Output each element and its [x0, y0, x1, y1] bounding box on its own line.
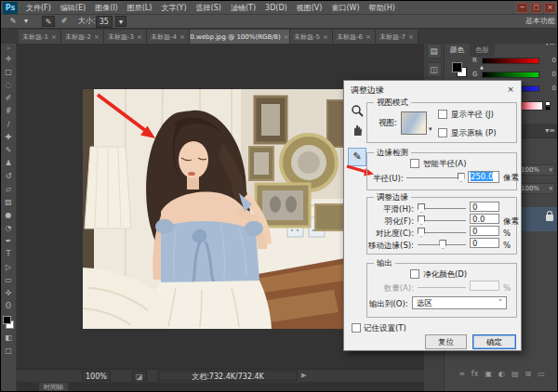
- color-panel-swatches[interactable]: [452, 62, 469, 79]
- brush-size-dropdown-icon[interactable]: ▾: [115, 16, 126, 27]
- move-tool[interactable]: ✛: [2, 53, 16, 66]
- dialog-hand-tool-icon[interactable]: [351, 124, 364, 137]
- tab-close-icon[interactable]: ×: [365, 33, 371, 41]
- menu-layer[interactable]: 图层(L): [123, 1, 157, 15]
- red-value[interactable]: 0: [552, 57, 556, 64]
- chevron-down-icon[interactable]: ▾: [429, 125, 432, 133]
- new-layer-icon[interactable]: ⊞: [525, 368, 532, 381]
- minimize-button[interactable]: ─: [516, 3, 528, 13]
- shape-tool[interactable]: ▭: [2, 274, 16, 287]
- zoom-level[interactable]: 100%: [82, 371, 111, 381]
- link-layers-icon[interactable]: ∞: [458, 368, 465, 381]
- menu-3d[interactable]: 3D(D): [260, 1, 292, 15]
- radius-slider-thumb[interactable]: [458, 173, 465, 182]
- lasso-tool[interactable]: ◌: [2, 79, 16, 92]
- red-channel-row[interactable]: R ▲ 0: [472, 57, 558, 66]
- menu-select[interactable]: 选择(S): [192, 1, 226, 15]
- blue-value[interactable]: 0: [552, 85, 556, 92]
- quick-mask-button[interactable]: ◧: [2, 332, 16, 345]
- status-expand-icon[interactable]: ▶: [301, 372, 306, 379]
- show-original-checkbox[interactable]: [438, 128, 447, 137]
- green-channel-row[interactable]: G ▲ 0: [472, 71, 558, 80]
- feather-slider-thumb[interactable]: [418, 216, 425, 225]
- brush-preset-icon[interactable]: ✎: [7, 16, 20, 27]
- opacity-select[interactable]: 100%▾: [518, 164, 555, 176]
- fill-select[interactable]: 100%▾: [518, 183, 555, 194]
- brush-tool[interactable]: ✎: [2, 144, 16, 157]
- menu-filter[interactable]: 滤镜(T): [226, 1, 260, 15]
- menu-edit[interactable]: 编辑(E): [56, 1, 90, 15]
- menu-help[interactable]: 帮助(H): [365, 1, 400, 15]
- layer-group-icon[interactable]: ▤: [512, 368, 519, 381]
- brush-size-value[interactable]: 35: [96, 16, 113, 28]
- zoom-tool[interactable]: ʘ: [2, 300, 16, 313]
- pen-tool[interactable]: ✒: [2, 235, 16, 248]
- tab-close-icon[interactable]: ×: [408, 33, 414, 41]
- shift-edge-slider[interactable]: [418, 239, 466, 250]
- contrast-slider-thumb[interactable]: [418, 228, 425, 237]
- menu-image[interactable]: 图像(I): [90, 1, 123, 15]
- menu-file[interactable]: 文件(F): [21, 1, 56, 15]
- delete-layer-icon[interactable]: ▭: [538, 368, 545, 381]
- history-brush-tool[interactable]: ↺: [2, 170, 16, 183]
- ok-button[interactable]: 确定: [472, 334, 516, 349]
- feather-slider[interactable]: [418, 215, 466, 226]
- contrast-value-field[interactable]: 0: [470, 226, 499, 236]
- dialog-close-icon[interactable]: ×: [504, 84, 517, 96]
- menu-view[interactable]: 视图(V): [292, 1, 327, 15]
- tab-0webp-active[interactable]: 0.webp.jpg @ 100%(RGB/8)×: [190, 30, 290, 44]
- spot-healing-tool[interactable]: ✚: [2, 131, 16, 144]
- tab-close-icon[interactable]: ×: [179, 33, 185, 41]
- smooth-slider-thumb[interactable]: [418, 203, 425, 213]
- smooth-slider[interactable]: [418, 203, 466, 214]
- tab-untitled-1[interactable]: 未标题-1×: [19, 30, 61, 44]
- tab-close-icon[interactable]: ×: [94, 33, 100, 41]
- show-radius-checkbox[interactable]: [438, 110, 447, 119]
- tab-untitled-7[interactable]: 未标题-7×: [376, 30, 418, 44]
- clone-stamp-tool[interactable]: ♟: [2, 157, 16, 170]
- layers-panel-menu-icon[interactable]: ▾≡: [545, 126, 555, 135]
- type-tool[interactable]: T: [2, 248, 16, 261]
- layer-mask-icon[interactable]: ▣: [485, 368, 492, 381]
- smart-radius-checkbox[interactable]: [410, 159, 419, 168]
- output-to-select[interactable]: 选区 ˅: [412, 296, 507, 309]
- feather-value-field[interactable]: 0.0: [470, 214, 499, 224]
- smooth-value-field[interactable]: 0: [470, 202, 499, 212]
- foreground-color-swatch[interactable]: [3, 316, 11, 324]
- reset-button[interactable]: 复位: [425, 334, 467, 349]
- radius-slider[interactable]: [406, 172, 464, 183]
- tab-close-icon[interactable]: ×: [51, 33, 57, 41]
- photo-document[interactable]: [83, 89, 345, 329]
- view-mode-thumbnail[interactable]: [401, 111, 427, 135]
- green-slider[interactable]: [482, 72, 539, 78]
- dodge-tool[interactable]: ◔: [2, 222, 16, 235]
- tab-untitled-3[interactable]: 未标题-3×: [104, 30, 147, 44]
- screen-mode-button[interactable]: ▢: [2, 345, 16, 358]
- adjustment-layer-icon[interactable]: ◐: [498, 368, 505, 381]
- maximize-button[interactable]: □: [530, 3, 542, 13]
- remember-settings-checkbox[interactable]: [352, 323, 361, 333]
- marquee-tool[interactable]: □: [2, 66, 16, 79]
- ramp-black-swatch[interactable]: [545, 106, 551, 111]
- menu-type[interactable]: 文字(Y): [156, 1, 191, 15]
- tab-untitled-4[interactable]: 未标题-4×: [147, 30, 190, 44]
- decontaminate-colors-checkbox[interactable]: [410, 269, 419, 279]
- blur-tool[interactable]: ●: [2, 209, 16, 222]
- tab-swatches[interactable]: 色板: [470, 44, 495, 57]
- tab-untitled-5[interactable]: 未标题-5×: [290, 30, 333, 44]
- tab-close-icon[interactable]: ×: [284, 33, 289, 41]
- tab-close-icon[interactable]: ×: [323, 33, 328, 41]
- panel-flyout-1[interactable]: ▤: [427, 44, 442, 59]
- green-value[interactable]: 0: [552, 71, 556, 78]
- shift-edge-value-field[interactable]: 0: [470, 238, 499, 248]
- tab-timeline[interactable]: 时间轴: [39, 383, 68, 392]
- tab-color[interactable]: 颜色: [445, 44, 470, 57]
- workspace-switcher[interactable]: 基本功能: [525, 16, 555, 27]
- red-slider[interactable]: [482, 58, 539, 64]
- path-selection-tool[interactable]: ▷: [2, 261, 16, 274]
- close-button[interactable]: ×: [544, 3, 556, 13]
- dialog-zoom-tool-icon[interactable]: [351, 104, 364, 117]
- shift-edge-slider-thumb[interactable]: [439, 240, 446, 249]
- hand-tool[interactable]: ✣: [2, 287, 16, 300]
- tab-untitled-6[interactable]: 未标题-6×: [333, 30, 376, 44]
